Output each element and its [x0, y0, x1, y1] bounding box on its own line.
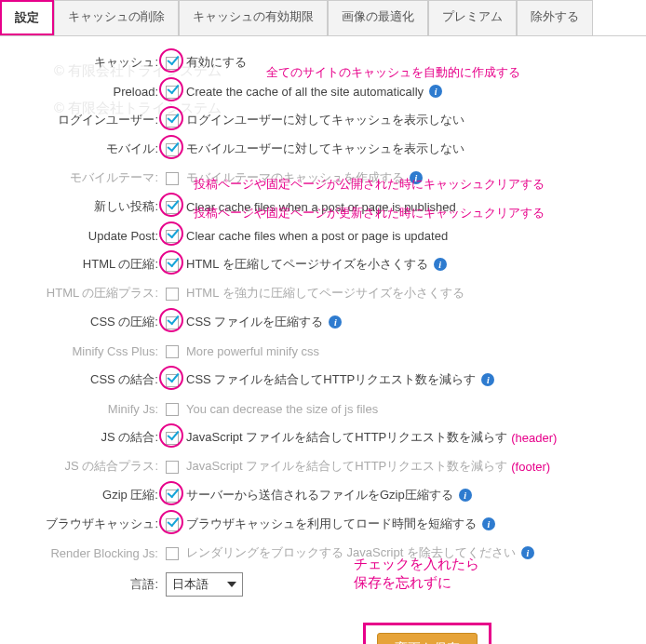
setting-row: キャッシュ:有効にする [9, 53, 637, 72]
chevron-down-icon [227, 582, 236, 587]
setting-label: モバイルテーマ: [9, 169, 166, 186]
setting-label: Minify Js: [9, 402, 166, 416]
setting-description: Clear cache files when a post or page is… [186, 229, 448, 243]
setting-description: モバイルテーマのキャッシュを作成する [186, 169, 404, 186]
checkbox[interactable] [166, 372, 181, 387]
info-icon[interactable]: i [434, 258, 447, 271]
tab-settings[interactable]: 設定 [0, 0, 54, 35]
setting-row: CSS の圧縮:CSS ファイルを圧縮するi [9, 313, 637, 331]
setting-row: HTML の圧縮プラス:HTML を強力に圧縮してページサイズを小さくする [9, 284, 637, 302]
checkbox[interactable] [166, 517, 181, 531]
setting-row: ログインユーザー:ログインユーザーに対してキャッシュを表示しない [9, 111, 637, 129]
setting-label: JS の結合プラス: [9, 458, 166, 475]
checkbox[interactable] [166, 199, 181, 214]
setting-row: モバイル:モバイルユーザーに対してキャッシュを表示しない [9, 140, 637, 158]
setting-row: JS の結合プラス:JavaScript ファイルを結合してHTTPリクエスト数… [9, 457, 637, 476]
info-icon[interactable]: i [521, 546, 534, 559]
checkbox[interactable] [166, 315, 181, 329]
setting-row: Minify Js:You can decrease the size of j… [9, 399, 637, 418]
info-icon[interactable]: i [459, 489, 472, 502]
info-icon[interactable]: i [429, 85, 442, 98]
save-highlight-box: 変更を保存 [363, 623, 491, 644]
settings-form: © 有限会社トライシステム © 有限会社トライシステム 全てのサイトのキャッシュ… [0, 36, 646, 644]
info-icon[interactable]: i [410, 171, 423, 184]
setting-label: Gzip 圧縮: [9, 487, 166, 503]
setting-description: Clear cache files when a post or page is… [186, 200, 456, 214]
info-icon[interactable]: i [482, 517, 495, 530]
setting-label: ログインユーザー: [9, 112, 166, 128]
setting-row: CSS の結合:CSS ファイルを結合してHTTPリクエスト数を減らすi [9, 370, 637, 389]
setting-row: 新しい投稿:Clear cache files when a post or p… [9, 197, 637, 216]
setting-row: Gzip 圧縮:サーバーから送信されるファイルをGzip圧縮するi [9, 486, 637, 504]
setting-row: ブラウザキャッシュ:ブラウザキャッシュを利用してロード時間を短縮するi [9, 515, 637, 533]
save-button[interactable]: 変更を保存 [377, 633, 478, 644]
setting-row: モバイルテーマ:モバイルテーマのキャッシュを作成するi [9, 168, 637, 187]
checkbox[interactable] [166, 113, 181, 127]
setting-label: Minify Css Plus: [9, 344, 166, 358]
checkbox[interactable] [166, 430, 181, 445]
tab-premium[interactable]: プレミアム [428, 0, 517, 35]
info-icon[interactable]: i [481, 373, 494, 386]
setting-description: ブラウザキャッシュを利用してロード時間を短縮する [186, 516, 477, 532]
setting-description: HTML を圧縮してページサイズを小さくする [186, 256, 428, 273]
setting-label: CSS の結合: [9, 371, 166, 388]
tab-delete-cache[interactable]: キャッシュの削除 [54, 0, 179, 35]
setting-description: モバイルユーザーに対してキャッシュを表示しない [186, 141, 464, 157]
setting-description: CSS ファイルを圧縮する [186, 314, 323, 330]
setting-label: モバイル: [9, 141, 166, 157]
checkbox[interactable] [166, 55, 181, 70]
setting-description: サーバーから送信されるファイルをGzip圧縮する [186, 487, 453, 503]
language-value: 日本語 [172, 576, 209, 593]
setting-description: ログインユーザーに対してキャッシュを表示しない [186, 112, 464, 128]
tab-cache-expiry[interactable]: キャッシュの有効期限 [179, 0, 328, 35]
setting-row: Minify Css Plus:More powerful minify css [9, 342, 637, 360]
checkbox[interactable] [166, 343, 181, 358]
setting-label: HTML の圧縮プラス: [9, 285, 166, 302]
info-icon[interactable]: i [329, 315, 342, 329]
checkbox[interactable] [166, 257, 181, 272]
setting-label: ブラウザキャッシュ: [9, 516, 166, 532]
setting-row: Update Post:Clear cache files when a pos… [9, 226, 637, 245]
checkbox[interactable] [166, 401, 181, 416]
checkbox[interactable] [166, 170, 181, 185]
tab-bar: 設定 キャッシュの削除 キャッシュの有効期限 画像の最適化 プレミアム 除外する [0, 0, 646, 36]
setting-description: HTML を強力に圧縮してページサイズを小さくする [186, 285, 464, 302]
checkbox[interactable] [166, 286, 181, 301]
language-select[interactable]: 日本語 [166, 572, 243, 597]
checkbox[interactable] [166, 141, 181, 156]
setting-label: Update Post: [9, 229, 166, 243]
checkbox[interactable] [166, 228, 181, 243]
setting-note: (header) [511, 431, 557, 445]
tab-image-optimize[interactable]: 画像の最適化 [328, 0, 428, 35]
setting-description: JavaScript ファイルを結合してHTTPリクエスト数を減らす [186, 429, 507, 446]
setting-row: HTML の圧縮:HTML を圧縮してページサイズを小さくするi [9, 255, 637, 274]
checkbox[interactable] [166, 545, 181, 560]
setting-note: (footer) [511, 460, 550, 474]
setting-row: Render Blocking Js:レンダリングをブロックする JavaScr… [9, 543, 637, 562]
tab-exclude[interactable]: 除外する [517, 0, 593, 35]
checkbox[interactable] [166, 488, 181, 503]
setting-row: Preload:Create the cache of all the site… [9, 82, 637, 101]
setting-label: キャッシュ: [9, 54, 166, 71]
setting-label: HTML の圧縮: [9, 256, 166, 273]
checkbox[interactable] [166, 84, 181, 99]
checkbox[interactable] [166, 459, 181, 474]
setting-description: レンダリングをブロックする JavaScript を除去してください [186, 544, 516, 561]
setting-description: More powerful minify css [186, 344, 319, 358]
setting-label: CSS の圧縮: [9, 314, 166, 330]
setting-row: JS の結合:JavaScript ファイルを結合してHTTPリクエスト数を減ら… [9, 428, 637, 447]
setting-description: 有効にする [186, 54, 247, 71]
language-label: 言語: [9, 576, 166, 593]
setting-description: You can decrease the size of js files [186, 402, 378, 416]
setting-label: JS の結合: [9, 429, 166, 446]
setting-description: JavaScript ファイルを結合してHTTPリクエスト数を減らす [186, 458, 507, 475]
setting-label: Render Blocking Js: [9, 546, 166, 560]
setting-description: Create the cache of all the site automat… [186, 85, 424, 99]
setting-label: Preload: [9, 85, 166, 99]
setting-description: CSS ファイルを結合してHTTPリクエスト数を減らす [186, 371, 476, 388]
setting-label: 新しい投稿: [9, 198, 166, 215]
